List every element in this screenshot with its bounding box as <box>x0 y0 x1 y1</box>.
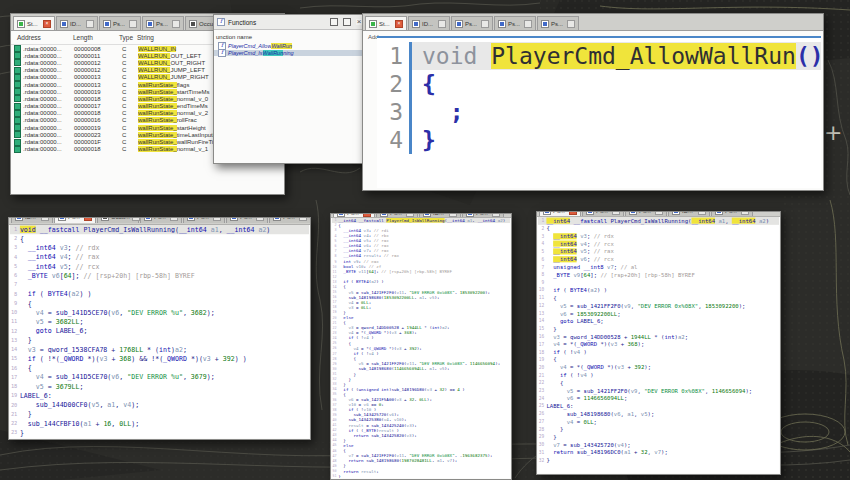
tab-pseudocode[interactable]: Ps... <box>99 16 141 30</box>
close-icon[interactable]: × <box>84 218 92 221</box>
code-line[interactable]: 15 if ( !*(_QWORD *)(v3 + 368) && !*(_QW… <box>10 354 309 363</box>
code-line[interactable]: 7 <box>10 280 309 289</box>
tab-occurrences[interactable]: Occu... <box>97 218 139 223</box>
code-line[interactable]: 2{ <box>538 225 779 233</box>
float-icon[interactable] <box>343 18 351 26</box>
code-line[interactable]: 9 <box>538 279 779 287</box>
code-line[interactable]: 13 } <box>10 336 309 345</box>
code-line[interactable]: 1void __fastcall PlayerCmd_IsWallRunning… <box>10 225 309 234</box>
close-icon[interactable] <box>86 20 94 28</box>
code-line[interactable]: 25LABEL_6: <box>538 402 779 410</box>
restore-icon[interactable] <box>330 18 338 26</box>
code-line[interactable]: 11 { <box>538 294 779 302</box>
code-line[interactable]: 22 { <box>538 379 779 387</box>
close-icon[interactable] <box>213 218 221 221</box>
code-line[interactable]: 8 if ( BYTE4(a2) ) <box>10 290 309 299</box>
close-icon[interactable] <box>172 20 180 28</box>
code-line[interactable]: 4 __int64 v4; // rcx <box>538 240 779 248</box>
code-line[interactable]: 22 sub_144CFBF10(a1 + 16, 0LL); <box>10 419 309 428</box>
tab-pseudocode[interactable]: Ps...× <box>54 218 96 223</box>
close-icon[interactable]: × <box>43 20 51 28</box>
tab-pseudocode[interactable]: Ps... <box>494 16 536 30</box>
code-line[interactable]: 30 v7 = sub_143425720(v4); <box>538 441 779 449</box>
close-icon[interactable] <box>481 20 489 28</box>
code-line[interactable]: 23 v5 = sub_1421FF2F0(v9, "DEV ERROR 0x%… <box>538 387 779 395</box>
code-line[interactable]: 11 v5 = 3682LL; <box>10 317 309 326</box>
close-icon[interactable] <box>449 214 457 217</box>
code-line[interactable]: 32} <box>538 457 779 465</box>
code-line[interactable]: 21 if ( !v4 ) <box>538 372 779 380</box>
code-line[interactable]: 18 v5 = 3679LL; <box>10 382 309 391</box>
code-line[interactable]: 14 goto LABEL_6; <box>538 317 779 325</box>
close-icon[interactable] <box>698 212 706 215</box>
code-line[interactable]: 2{ <box>377 70 821 98</box>
code-line[interactable]: 10 v4 = sub_141D5CE70(v6, "DEV ERROR %u"… <box>10 308 309 317</box>
code-line[interactable]: 51} <box>332 474 510 478</box>
code-line[interactable]: 3 ; <box>377 98 821 126</box>
tab-pseudocode[interactable]: Ps... <box>142 16 184 30</box>
close-icon[interactable] <box>655 212 663 215</box>
close-icon[interactable]: × <box>363 214 371 217</box>
code-line[interactable]: 15 } <box>538 325 779 333</box>
function-name-column-header[interactable]: unction name <box>214 30 365 43</box>
code-line[interactable]: 10 if ( BYTE4(a2) ) <box>538 287 779 295</box>
close-icon[interactable] <box>524 20 532 28</box>
close-icon[interactable] <box>41 218 49 221</box>
code-line[interactable]: 1void PlayerCmd_AllowWallRun() <box>377 42 821 70</box>
tab-pseudocode[interactable]: Ps... <box>226 218 268 223</box>
tab-strings[interactable]: St...× <box>365 16 407 30</box>
column-header-type[interactable]: Type <box>119 34 137 41</box>
code-line[interactable]: 12 goto LABEL_6; <box>10 327 309 336</box>
code-line[interactable]: 1__int64 __fastcall PlayerCmd_IsWallRunn… <box>332 218 510 223</box>
code-line[interactable]: 20 sub_144D00CF0(v5, a1, v4); <box>10 401 309 410</box>
code-line[interactable]: 7 unsigned __int8 v7; // al <box>538 263 779 271</box>
code-line[interactable]: 24 v6 = 1146656094LL; <box>538 395 779 403</box>
code-line[interactable]: 17 v4 = *(_QWORD *)(v3 + 368); <box>538 341 779 349</box>
magnifier-plus-icon[interactable]: + <box>824 120 842 145</box>
code-line[interactable]: 17 v4 = sub_141D5CE70(v6, "DEV ERROR %u"… <box>10 373 309 382</box>
code-line[interactable]: 16 v3 = qword_14DD00528 + 1944LL * (int)… <box>538 333 779 341</box>
close-icon[interactable] <box>129 20 137 28</box>
code-line[interactable]: 27 v4 = 0LL; <box>538 418 779 426</box>
tab-pseudocode[interactable]: Ps... <box>140 218 182 223</box>
code-line[interactable]: 12 v5 = sub_1421FF2F0(v9, "DEV ERROR 0x%… <box>538 302 779 310</box>
close-icon[interactable] <box>299 218 307 221</box>
close-icon[interactable] <box>438 20 446 28</box>
code-line[interactable]: 6 _BYTE v6[64]; // [rsp+20h] [rbp-58h] B… <box>10 271 309 280</box>
close-icon[interactable] <box>406 214 414 217</box>
code-line[interactable]: 5 __int64 v5; // rax <box>538 248 779 256</box>
code-line[interactable]: 14 v3 = qword_1538CFA78 + 1768LL * (int)… <box>10 345 309 354</box>
tab-ida-view[interactable]: ID... <box>56 16 98 30</box>
close-icon[interactable] <box>567 20 575 28</box>
code-line[interactable]: 3 __int64 v3; // rdx <box>10 243 309 252</box>
tab-pseudocode[interactable]: Ps... <box>451 16 493 30</box>
code-line[interactable]: 13 v6 = 1853092200LL; <box>538 310 779 318</box>
code-line[interactable]: 6 __int64 v6; // rcx <box>538 256 779 264</box>
code-line[interactable]: 20 v4 = *(_QWORD *)(v3 + 392); <box>538 364 779 372</box>
code-line[interactable]: 3 __int64 v3; // rdx <box>538 232 779 240</box>
tab-ida-view[interactable]: ID... <box>11 218 53 223</box>
code-line[interactable]: 4} <box>377 126 821 154</box>
close-icon[interactable]: × <box>569 212 577 215</box>
close-icon[interactable] <box>170 218 178 221</box>
code-line[interactable]: 9 { <box>10 299 309 308</box>
code-line[interactable]: 5 __int64 v5; // rcx <box>10 262 309 271</box>
tab-pseudocode[interactable]: Ps... <box>269 218 310 223</box>
code-line[interactable]: 26 sub_148198680(v6, a1, v5); <box>538 410 779 418</box>
code-line[interactable]: 28 } <box>538 426 779 434</box>
code-line[interactable]: 31 return sub_148196DC0(a1 + 32, v7); <box>538 449 779 457</box>
code-line[interactable]: 4 __int64 v4; // rax <box>10 253 309 262</box>
close-icon[interactable] <box>741 212 749 215</box>
code-line[interactable]: 16 { <box>10 364 309 373</box>
code-line[interactable]: 8 _BYTE v9[64]; // [rsp+20h] [rbp-58h] B… <box>538 271 779 279</box>
code-line[interactable]: 1__int64 __fastcall PlayerCmd_IsWallRunn… <box>538 217 779 225</box>
tab-pseudocode[interactable]: Ps... <box>537 16 579 30</box>
column-header-address[interactable]: Address <box>11 34 73 41</box>
code-line[interactable]: 23} <box>10 428 309 437</box>
code-line[interactable]: 19 { <box>538 356 779 364</box>
code-line[interactable]: 2{ <box>10 234 309 243</box>
close-icon[interactable] <box>132 218 140 221</box>
code-line[interactable]: 21 } <box>10 410 309 419</box>
tab-ida-view[interactable]: ID... <box>408 16 450 30</box>
code-line[interactable]: 18 if ( !v4 ) <box>538 348 779 356</box>
